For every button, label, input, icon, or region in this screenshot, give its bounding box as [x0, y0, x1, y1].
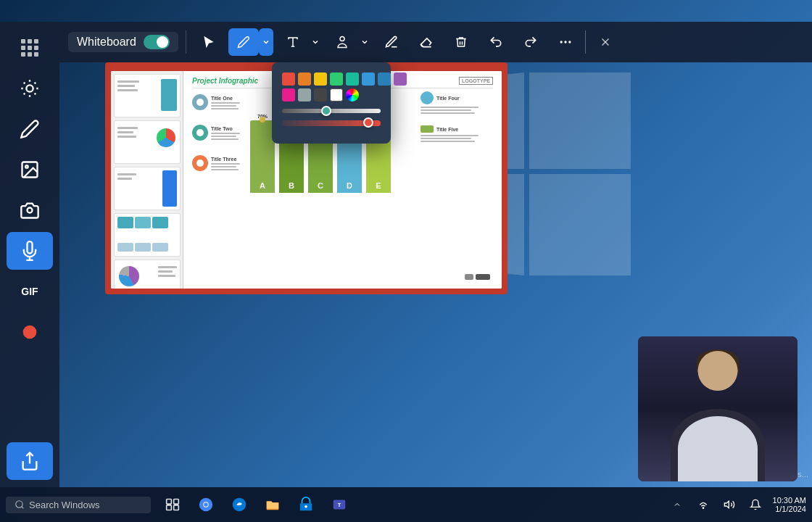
svg-marker-29	[724, 501, 729, 508]
pen-tool-button[interactable]	[228, 28, 259, 56]
taskbar-store[interactable]	[290, 489, 322, 521]
grid-icon	[21, 39, 38, 57]
sidebar-item-camera[interactable]	[7, 191, 53, 229]
tray-network[interactable]	[692, 489, 715, 521]
redo-button[interactable]	[515, 28, 546, 56]
info-title-2: Title Two	[211, 126, 240, 131]
sidebar-item-share[interactable]	[7, 442, 53, 480]
svg-rect-20	[174, 505, 179, 510]
undo-button[interactable]	[481, 28, 511, 56]
delete-button[interactable]	[446, 28, 476, 56]
info-sidebar: Title One Title Two	[192, 94, 250, 186]
edge-icon	[231, 497, 247, 513]
eraser-icon	[419, 35, 434, 49]
color-swatch-red[interactable]	[282, 72, 295, 86]
pen-tool-dropdown[interactable]	[259, 28, 273, 56]
svg-point-2	[25, 165, 28, 168]
color-swatch-blue[interactable]	[362, 72, 375, 86]
tray-chevron[interactable]	[666, 489, 689, 521]
taskbar-clock[interactable]: 10:30 AM 1/1/2024	[773, 496, 806, 513]
eraser-button[interactable]	[411, 28, 442, 56]
sidebar-item-pen[interactable]	[7, 110, 53, 148]
taskbar-edge[interactable]	[223, 489, 255, 521]
svg-rect-17	[167, 500, 172, 505]
slide-thumb-3[interactable]	[114, 167, 181, 210]
search-placeholder: Search Windows	[29, 500, 100, 510]
divider-1	[186, 30, 186, 54]
taskbar-explorer[interactable]	[257, 489, 289, 521]
sidebar-item-image[interactable]	[7, 151, 53, 188]
opacity-slider-track[interactable]	[282, 120, 381, 126]
toolbar: Whiteboard	[59, 22, 812, 62]
color-swatch-orange[interactable]	[298, 72, 311, 86]
whiteboard-label: Whiteboard	[77, 36, 136, 49]
undo-icon	[489, 35, 503, 49]
color-swatch-gray[interactable]	[298, 88, 311, 102]
gif-icon: GIF	[21, 286, 38, 297]
color-swatch-green[interactable]	[330, 72, 343, 86]
notification-icon	[750, 499, 761, 510]
slide-panel	[111, 71, 183, 289]
svg-point-28	[703, 508, 703, 508]
taskbar-pinned-icons: T	[157, 489, 355, 521]
color-swatch-yellow[interactable]	[314, 72, 327, 86]
chevron-down-icon-3	[360, 38, 369, 46]
opacity-slider-thumb[interactable]	[363, 117, 373, 128]
close-button[interactable]	[590, 28, 621, 56]
slide-thumb-5[interactable]	[114, 260, 181, 289]
taskbar-search[interactable]: Search Windows	[6, 497, 151, 513]
image-icon	[20, 160, 40, 180]
sidebar-item-settings[interactable]	[7, 70, 53, 107]
person-shirt	[678, 416, 758, 481]
volume-icon	[724, 499, 735, 510]
svg-point-3	[28, 208, 33, 213]
bar-a: 70% A	[250, 114, 275, 193]
info-title-3: Title Three	[211, 157, 240, 162]
taskbar-chrome[interactable]	[190, 489, 222, 521]
text-tool-dropdown[interactable]	[308, 28, 323, 56]
sidebar-item-record[interactable]	[7, 313, 53, 351]
svg-point-23	[204, 502, 208, 507]
tray-notifications[interactable]	[744, 489, 767, 521]
chevron-down-icon-2	[311, 38, 320, 46]
pen-tool-group	[228, 28, 273, 56]
color-swatch-dark-blue[interactable]	[378, 72, 391, 86]
cursor-tool-button[interactable]	[194, 28, 224, 56]
color-grid	[282, 72, 381, 102]
color-swatch-white[interactable]	[330, 88, 343, 102]
size-slider-thumb[interactable]	[321, 106, 331, 116]
color-picker-popup	[272, 62, 391, 144]
whiteboard-toggle[interactable]	[144, 35, 170, 49]
stamp-tool-button[interactable]	[327, 28, 357, 56]
slide-thumb-4[interactable]	[114, 213, 181, 257]
slide-thumb-1[interactable]	[114, 74, 181, 117]
highlighter-button[interactable]	[376, 28, 407, 56]
color-swatch-teal[interactable]	[346, 72, 359, 86]
taskbar-taskview[interactable]	[157, 489, 188, 521]
svg-point-6	[23, 326, 37, 339]
search-icon	[14, 500, 25, 510]
tray-volume[interactable]	[718, 489, 741, 521]
text-tool-button[interactable]	[278, 28, 308, 56]
size-slider-track[interactable]	[282, 109, 381, 113]
camera-icon	[20, 200, 40, 220]
person-head	[698, 351, 738, 391]
color-swatch-rainbow[interactable]	[346, 88, 359, 102]
info-right-item-1: Title Four	[420, 91, 493, 114]
size-slider-container	[282, 109, 381, 113]
svg-line-16	[22, 507, 24, 509]
more-options-button[interactable]	[550, 28, 581, 56]
sidebar-item-apps[interactable]	[7, 29, 53, 67]
stamp-tool-dropdown[interactable]	[357, 28, 372, 56]
info-title-1: Title One	[211, 96, 240, 101]
taskbar-teams[interactable]: T	[323, 489, 355, 521]
sidebar-item-gif[interactable]: GIF	[7, 273, 53, 310]
color-swatch-pink[interactable]	[282, 88, 295, 102]
store-icon	[298, 497, 314, 513]
color-swatch-dark[interactable]	[314, 88, 327, 102]
color-swatch-purple[interactable]	[394, 72, 407, 86]
svg-text:T: T	[338, 502, 341, 508]
slide-thumb-2[interactable]	[114, 120, 181, 164]
svg-point-10	[560, 41, 562, 43]
sidebar-item-mic[interactable]	[7, 232, 53, 270]
